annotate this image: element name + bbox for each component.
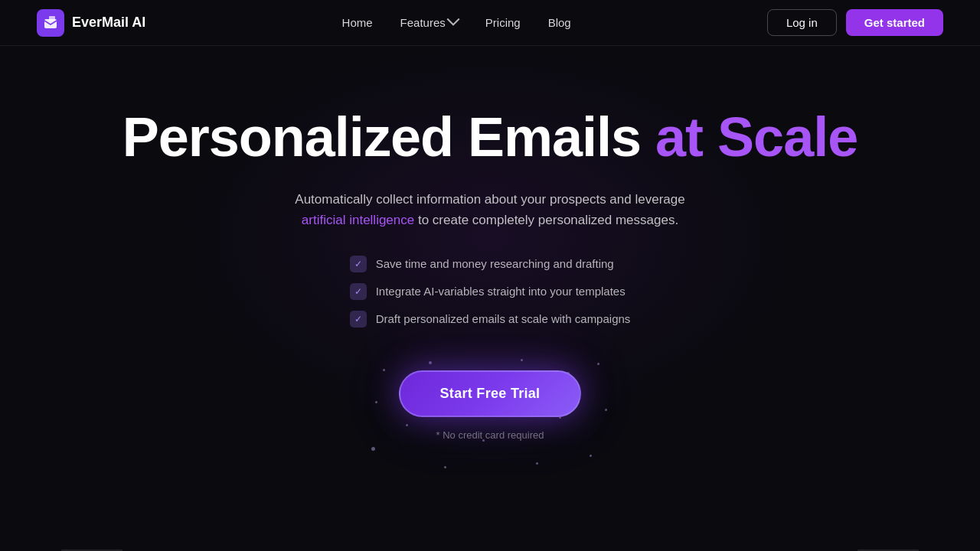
nav-actions: Log in Get started [767, 9, 943, 36]
sparkle-dot [375, 401, 377, 403]
nav-item-pricing[interactable]: Pricing [485, 16, 521, 30]
bottom-indicators [0, 528, 980, 551]
logo-text: EverMail AI [72, 15, 145, 31]
hero-title: Personalized Emails at Scale [122, 107, 858, 168]
ai-link: artificial intelligence [302, 213, 414, 227]
sparkle-dot [444, 466, 446, 468]
check-icon-1: ✓ [350, 256, 367, 272]
feature-item-1: ✓ Save time and money researching and dr… [350, 256, 614, 272]
feature-item-3: ✓ Draft personalized emails at scale wit… [350, 311, 631, 328]
get-started-button[interactable]: Get started [846, 9, 943, 36]
start-free-trial-button[interactable]: Start Free Trial [399, 370, 582, 417]
nav-link-home[interactable]: Home [342, 16, 373, 29]
features-list: ✓ Save time and money researching and dr… [350, 256, 631, 328]
nav-links: Home Features Pricing Blog [342, 16, 571, 30]
navbar: EverMail AI Home Features Pricing Blog L… [0, 0, 980, 46]
logo-icon [37, 9, 64, 37]
nav-item-features[interactable]: Features [400, 16, 458, 29]
login-button[interactable]: Log in [767, 9, 837, 36]
nav-item-blog[interactable]: Blog [548, 16, 571, 30]
sparkle-dot [429, 361, 432, 364]
logo[interactable]: EverMail AI [37, 9, 145, 37]
hero-subtitle: Automatically collect information about … [295, 189, 684, 230]
check-icon-2: ✓ [350, 283, 367, 300]
svg-rect-1 [49, 16, 55, 21]
check-icon-3: ✓ [350, 311, 367, 328]
sparkle-dot [383, 369, 385, 371]
nav-link-pricing[interactable]: Pricing [485, 16, 521, 29]
sparkle-dot [406, 424, 408, 426]
feature-item-2: ✓ Integrate AI-variables straight into y… [350, 283, 626, 300]
sparkle-dot [605, 409, 607, 411]
sparkle-dot [597, 363, 599, 365]
sparkle-dot [521, 359, 523, 361]
nav-link-features[interactable]: Features [400, 16, 458, 29]
sparkle-dot [371, 447, 375, 451]
sparkle-dot [536, 462, 538, 465]
cta-area: Start Free Trial * No credit card requir… [399, 370, 582, 441]
no-credit-label: * No credit card required [436, 429, 544, 441]
hero-section: Personalized Emails at Scale Automatical… [0, 46, 980, 441]
sparkle-dot [590, 455, 592, 457]
chevron-down-icon [446, 12, 459, 25]
nav-link-blog[interactable]: Blog [548, 16, 571, 29]
nav-item-home[interactable]: Home [342, 16, 373, 30]
